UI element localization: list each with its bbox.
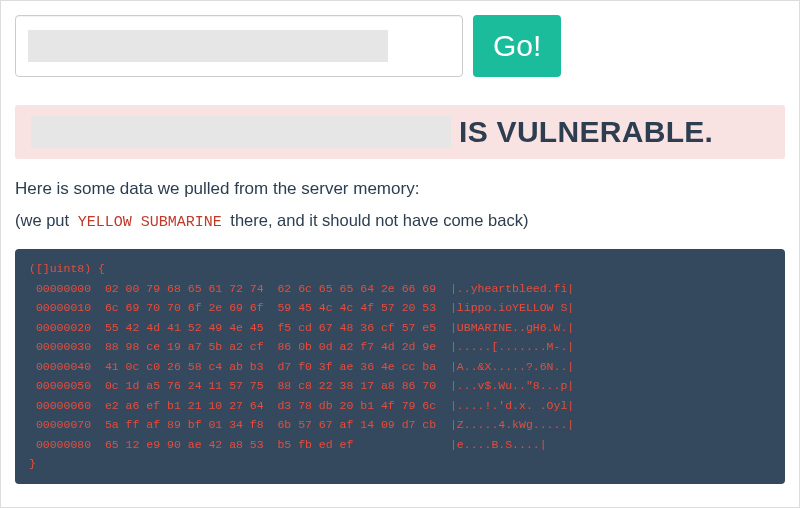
host-input-redacted (28, 30, 388, 62)
vulnerable-text: IS VULNERABLE. (459, 115, 713, 149)
subnote-prefix: (we put (15, 211, 74, 229)
subnote-code: YELLOW SUBMARINE (74, 213, 226, 232)
alert-host-redacted (31, 116, 451, 148)
hexdump: ([]uint8) { 00000000 02 00 79 68 65 61 7… (15, 249, 785, 484)
go-button[interactable]: Go! (473, 15, 561, 77)
intro-text: Here is some data we pulled from the ser… (15, 179, 785, 199)
subnote-suffix: there, and it should not have come back) (226, 211, 529, 229)
vulnerable-alert: IS VULNERABLE. (15, 105, 785, 159)
subnote: (we put YELLOW SUBMARINE there, and it s… (15, 211, 785, 231)
host-input[interactable] (15, 15, 463, 77)
